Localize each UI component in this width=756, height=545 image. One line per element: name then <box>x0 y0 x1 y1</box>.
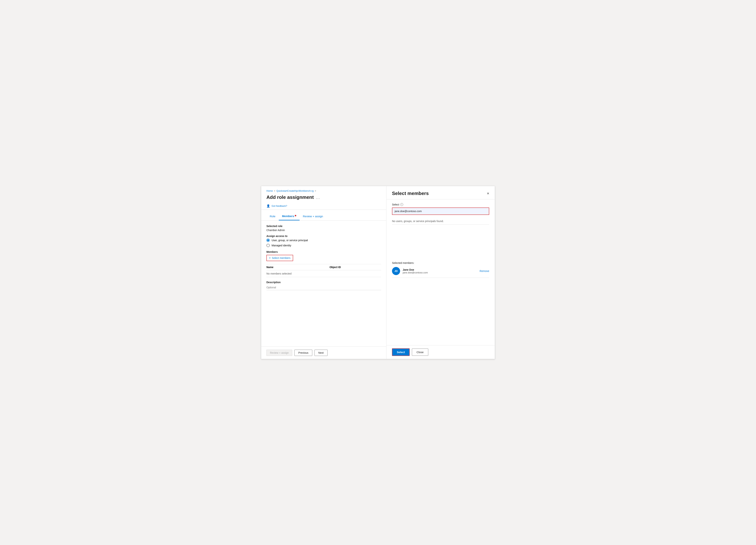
radio-user-group-circle <box>266 239 270 242</box>
feedback-icon: 👤 <box>266 204 270 208</box>
breadcrumb-sep1: > <box>274 189 275 192</box>
review-assign-button: Review + assign <box>266 350 292 356</box>
no-results-text: No users, groups, or service principals … <box>392 218 489 225</box>
close-button[interactable]: Close <box>412 349 428 356</box>
breadcrumb: Home > QuickstartCreateHpcWorkbench-rg > <box>261 186 386 194</box>
table-no-members: No members selected <box>266 270 381 277</box>
selected-role-label: Selected role <box>266 225 381 228</box>
page-title: Add role assignment <box>266 194 314 200</box>
selected-role-value: Chamber Admin <box>266 229 381 232</box>
tab-role[interactable]: Role <box>266 213 279 220</box>
breadcrumb-home[interactable]: Home <box>266 189 273 192</box>
member-name: Jane Doe <box>403 268 477 271</box>
more-options-button[interactable]: ... <box>316 196 320 200</box>
access-radio-group: User, group, or service principal Manage… <box>266 239 381 247</box>
col-objectid-header: Object ID <box>330 266 341 269</box>
members-dot <box>295 215 296 216</box>
breadcrumb-sep2: > <box>315 189 316 192</box>
right-bottom: Select Close <box>386 345 495 359</box>
left-bottom: Review + assign Previous Next <box>261 347 386 359</box>
breadcrumb-resource-group[interactable]: QuickstartCreateHpcWorkbench-rg <box>276 189 314 192</box>
page-title-row: Add role assignment ... <box>261 194 386 203</box>
right-title: Select members <box>392 191 429 196</box>
radio-managed-identity-label: Managed identity <box>272 244 291 247</box>
next-button[interactable]: Next <box>314 350 328 356</box>
radio-managed-identity-circle <box>266 244 270 247</box>
member-email: jane.doe@contoso.com <box>403 271 477 274</box>
plus-icon: + <box>269 256 271 260</box>
select-members-label: Select members <box>272 256 290 259</box>
info-icon[interactable]: i <box>400 203 403 206</box>
feedback-row[interactable]: 👤 Got feedback? <box>261 203 386 210</box>
radio-user-group[interactable]: User, group, or service principal <box>266 239 381 242</box>
radio-managed-identity[interactable]: Managed identity <box>266 244 381 247</box>
right-header: Select members × <box>386 186 495 199</box>
selected-members-label: Selected members: <box>392 261 489 264</box>
tab-review-assign[interactable]: Review + assign <box>300 213 326 220</box>
close-icon[interactable]: × <box>487 191 489 196</box>
table-header: Name Object ID <box>266 264 381 270</box>
left-content: Selected role Chamber Admin Assign acces… <box>261 221 386 347</box>
previous-button[interactable]: Previous <box>294 350 312 356</box>
col-name-header: Name <box>266 266 330 269</box>
avatar: JD <box>392 267 400 275</box>
description-label: Description <box>266 281 381 284</box>
members-label: Members <box>266 250 381 253</box>
description-input[interactable] <box>266 285 381 290</box>
select-button[interactable]: Select <box>392 348 410 356</box>
feedback-label: Got feedback? <box>272 205 287 207</box>
assign-access-label: Assign access to <box>266 235 381 238</box>
member-info: Jane Doe jane.doe@contoso.com <box>403 268 477 274</box>
tabs-row: Role Members Review + assign <box>261 210 386 221</box>
tab-members[interactable]: Members <box>279 213 300 220</box>
right-content: Select i No users, groups, or service pr… <box>386 199 495 345</box>
select-label: Select <box>392 203 399 206</box>
right-panel: Select members × Select i No users, grou… <box>386 186 495 359</box>
member-row: JD Jane Doe jane.doe@contoso.com Remove <box>392 267 489 278</box>
radio-user-group-label: User, group, or service principal <box>272 239 308 242</box>
select-label-row: Select i <box>392 203 489 206</box>
remove-button[interactable]: Remove <box>480 270 489 273</box>
select-members-button[interactable]: + Select members <box>266 255 293 261</box>
left-panel: Home > QuickstartCreateHpcWorkbench-rg >… <box>261 186 386 359</box>
search-input[interactable] <box>392 208 489 215</box>
